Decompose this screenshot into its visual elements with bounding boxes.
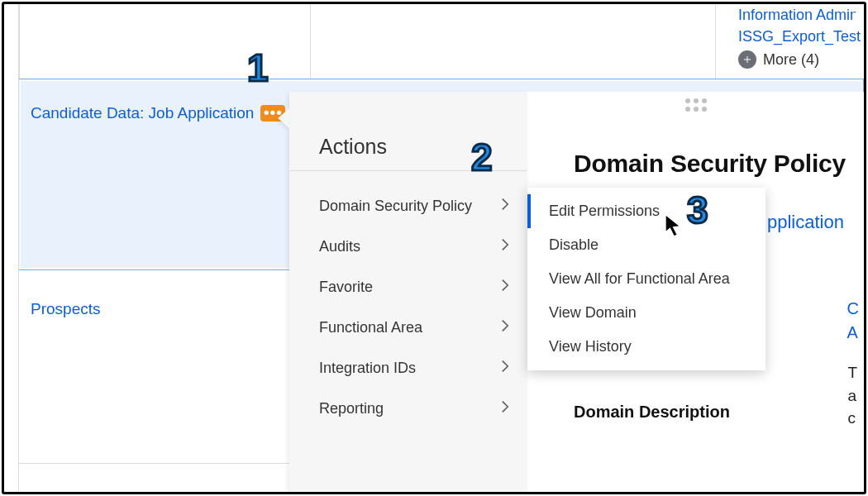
submenu-domain-security-policy: Edit Permissions Disable View All for Fu… bbox=[527, 188, 765, 370]
content-root: Information Administra ISSG_Export_Test … bbox=[4, 4, 864, 492]
submenu-item-edit-permissions[interactable]: Edit Permissions bbox=[527, 194, 765, 228]
callout-1: 1 bbox=[247, 45, 269, 90]
grid-line bbox=[715, 4, 716, 79]
more-label: More (4) bbox=[763, 49, 819, 70]
cursor-icon bbox=[662, 212, 687, 244]
field-label-domain-description: Domain Description bbox=[574, 403, 730, 422]
chevron-right-icon bbox=[501, 279, 509, 296]
chevron-right-icon bbox=[501, 319, 509, 336]
security-group-link[interactable]: ISSG_Export_Test bbox=[738, 26, 856, 47]
actions-item-domain-security-policy[interactable]: Domain Security Policy bbox=[289, 186, 527, 227]
plus-circle-icon bbox=[738, 50, 756, 69]
actions-item-label: Functional Area bbox=[319, 319, 422, 336]
actions-item-label: Favorite bbox=[319, 279, 373, 296]
actions-item-audits[interactable]: Audits bbox=[289, 227, 527, 267]
actions-item-label: Integration IDs bbox=[319, 360, 416, 377]
actions-item-label: Audits bbox=[319, 238, 360, 255]
field-value-cutoff: T a c bbox=[847, 361, 857, 430]
detail-title: Domain Security Policy bbox=[574, 150, 856, 178]
actions-item-functional-area[interactable]: Functional Area bbox=[289, 308, 527, 348]
drag-handle-icon[interactable] bbox=[685, 98, 707, 112]
screenshot-frame: Information Administra ISSG_Export_Test … bbox=[2, 2, 866, 494]
submenu-item-view-domain[interactable]: View Domain bbox=[527, 296, 765, 330]
detail-object-link[interactable]: pplication bbox=[767, 212, 844, 233]
domain-link[interactable]: Prospects bbox=[31, 300, 100, 318]
callout-3: 3 bbox=[687, 188, 708, 232]
svg-marker-0 bbox=[665, 214, 681, 236]
grid-line bbox=[310, 4, 311, 79]
field-value-cutoff: C A bbox=[847, 297, 859, 345]
actions-item-reporting[interactable]: Reporting bbox=[289, 389, 527, 429]
actions-item-favorite[interactable]: Favorite bbox=[289, 267, 527, 308]
actions-item-integration-ids[interactable]: Integration IDs bbox=[289, 348, 527, 389]
submenu-item-view-all-functional-area[interactable]: View All for Functional Area bbox=[527, 262, 765, 296]
actions-item-label: Domain Security Policy bbox=[319, 198, 472, 215]
callout-2: 2 bbox=[471, 135, 493, 179]
submenu-item-disable[interactable]: Disable bbox=[527, 228, 765, 262]
grid-line bbox=[4, 4, 19, 492]
chevron-right-icon bbox=[501, 238, 509, 255]
security-group-link[interactable]: Information Administra bbox=[738, 4, 856, 26]
chevron-right-icon bbox=[501, 360, 509, 377]
actions-item-label: Reporting bbox=[319, 400, 384, 417]
chevron-right-icon bbox=[501, 400, 509, 417]
security-groups-cell: Information Administra ISSG_Export_Test … bbox=[718, 4, 864, 79]
domain-link-label: Candidate Data: Job Application bbox=[31, 104, 254, 122]
grid-line bbox=[19, 4, 20, 79]
more-button[interactable]: More (4) bbox=[738, 49, 856, 70]
submenu-item-view-history[interactable]: View History bbox=[527, 330, 765, 364]
chevron-right-icon bbox=[501, 198, 509, 215]
domain-link[interactable]: Candidate Data: Job Application ••• bbox=[31, 104, 285, 122]
